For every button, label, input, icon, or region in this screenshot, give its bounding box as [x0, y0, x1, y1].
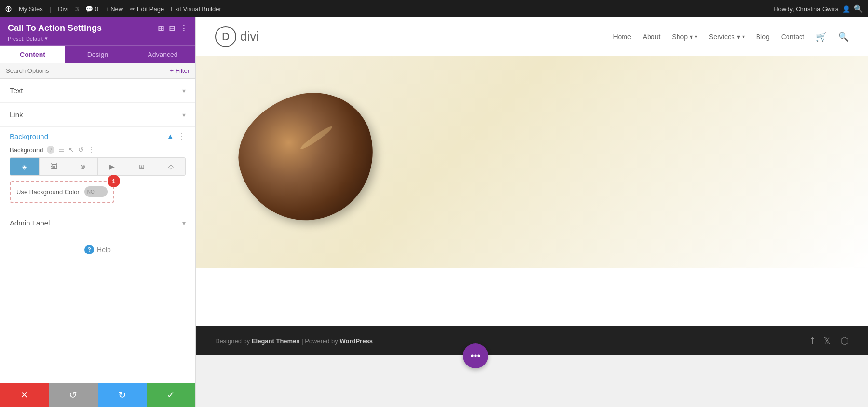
bg-tab-gradient[interactable]: ⊗	[68, 158, 98, 175]
use-bg-color-container: Use Background Color NO 1	[10, 181, 114, 203]
badge-number: 1	[108, 175, 120, 187]
filter-plus-icon: +	[170, 67, 174, 74]
bg-tab-video[interactable]: ▶	[98, 158, 127, 175]
bg-header-right: ▲ ⋮	[166, 132, 186, 141]
my-sites-link[interactable]: My Sites	[19, 5, 43, 13]
background-section-header: Background ▲ ⋮	[10, 132, 186, 141]
elegant-themes-link[interactable]: Elegant Themes	[252, 337, 300, 345]
footer-middle: | Powered by	[300, 337, 340, 345]
panel-header: Call To Action Settings ⊞ ⊟ ⋮ Preset: De…	[0, 17, 195, 45]
help-row[interactable]: ? Help	[0, 235, 195, 264]
separator: |	[50, 5, 51, 13]
text-chevron-icon: ▾	[182, 87, 186, 95]
admin-bar: ⊕ My Sites | Divi 3 💬 0 + New ✏ Edit Pag…	[0, 0, 868, 17]
background-options-icon[interactable]: ⋮	[88, 146, 95, 154]
divi-link[interactable]: Divi	[58, 5, 68, 13]
bread-oval	[225, 79, 388, 236]
exit-builder-link[interactable]: Exit Visual Builder	[171, 5, 221, 13]
builder-floating-button[interactable]: •••	[463, 343, 488, 368]
nav-shop[interactable]: Shop ▾	[672, 33, 697, 41]
search-icon[interactable]: 🔍	[838, 31, 849, 42]
redo-button[interactable]: ↻	[98, 383, 147, 407]
help-circle-icon: ?	[84, 245, 94, 254]
instagram-icon[interactable]: ⬡	[841, 335, 849, 347]
search-options-input[interactable]	[6, 67, 166, 74]
bread-crack	[299, 125, 334, 152]
panel-title: Call To Action Settings ⊞ ⊟ ⋮	[8, 23, 188, 33]
save-button[interactable]: ✓	[147, 383, 195, 407]
new-button[interactable]: + New	[105, 5, 123, 13]
bottom-bar: ✕ ↺ ↻ ✓	[0, 383, 195, 407]
nav-services[interactable]: Services ▾	[709, 33, 745, 41]
admin-label-chevron-icon: ▾	[182, 219, 186, 227]
panel-title-text: Call To Action Settings	[8, 23, 102, 33]
filter-label: Filter	[176, 67, 190, 74]
footer-prefix: Designed by	[215, 337, 252, 345]
link-section-label: Link	[10, 111, 23, 119]
hero-section	[196, 56, 868, 268]
use-bg-color-label: Use Background Color	[16, 188, 80, 196]
grid-icon[interactable]: ⊟	[169, 24, 175, 33]
admin-label-section-label: Admin Label	[10, 219, 50, 227]
nav-contact[interactable]: Contact	[781, 33, 804, 41]
toggle-no-text: NO	[87, 189, 95, 195]
more-icon[interactable]: ⋮	[180, 24, 188, 33]
facebook-icon[interactable]: f	[811, 335, 814, 347]
cart-icon[interactable]: 🛒	[816, 31, 827, 42]
wordpress-icon[interactable]: ⊕	[5, 3, 12, 14]
section-background: Background ▲ ⋮ Background ? ▭ ↖ ↺ ⋮ ◈	[0, 127, 195, 211]
cancel-button[interactable]: ✕	[0, 383, 49, 407]
section-text[interactable]: Text ▾	[0, 79, 195, 103]
background-collapse-icon[interactable]: ▲	[166, 132, 174, 141]
background-more-icon[interactable]: ⋮	[178, 132, 186, 141]
preset-chevron-icon: ▾	[45, 35, 48, 42]
edit-page-link[interactable]: ✏ Edit Page	[130, 5, 164, 13]
bg-tab-image[interactable]: 🖼	[40, 158, 69, 175]
bread-image	[234, 85, 389, 239]
bg-tab-pattern[interactable]: ⊞	[127, 158, 157, 175]
preset-label[interactable]: Preset: Default ▾	[8, 35, 188, 42]
search-icon[interactable]: 🔍	[854, 4, 863, 13]
bg-row-label: Background ? ▭ ↖ ↺ ⋮	[10, 146, 186, 154]
site-footer: Designed by Elegant Themes | Powered by …	[196, 326, 868, 355]
site-nav: D divi Home About Shop ▾ Services ▾ Blog…	[196, 17, 868, 56]
help-label: Help	[97, 246, 111, 253]
copy-icon[interactable]: ⊞	[158, 24, 164, 33]
nav-about[interactable]: About	[643, 33, 661, 41]
tab-content[interactable]: Content	[0, 46, 65, 63]
site-logo: D divi	[215, 26, 259, 47]
section-admin-label[interactable]: Admin Label ▾	[0, 211, 195, 235]
nav-blog[interactable]: Blog	[756, 33, 770, 41]
logo-circle: D	[215, 26, 236, 47]
twitter-icon[interactable]: 𝕏	[823, 335, 831, 347]
background-undo-icon[interactable]: ↺	[78, 146, 84, 154]
counter-badge: 3	[75, 5, 79, 13]
section-link[interactable]: Link ▾	[0, 103, 195, 127]
background-section-title[interactable]: Background	[10, 132, 48, 140]
background-desktop-icon[interactable]: ▭	[58, 146, 65, 154]
nav-home[interactable]: Home	[613, 33, 631, 41]
background-help-icon[interactable]: ?	[47, 146, 54, 154]
tabs-row: Content Design Advanced	[0, 45, 195, 63]
site-menu: Home About Shop ▾ Services ▾ Blog Contac…	[613, 31, 849, 42]
panel-content: Text ▾ Link ▾ Background ▲ ⋮ Backgroun	[0, 79, 195, 383]
bg-tab-color[interactable]: ◈	[10, 158, 40, 175]
use-bg-color-toggle[interactable]: NO	[84, 186, 108, 197]
bg-tab-mask[interactable]: ◇	[156, 158, 185, 175]
logo-letter: D	[222, 30, 230, 43]
filter-button[interactable]: + Filter	[170, 67, 190, 74]
undo-button[interactable]: ↺	[49, 383, 97, 407]
avatar: 👤	[842, 5, 850, 13]
use-bg-color-box: Use Background Color NO	[10, 181, 114, 203]
footer-credit: Designed by Elegant Themes | Powered by …	[215, 337, 373, 345]
tab-advanced[interactable]: Advanced	[130, 46, 195, 63]
footer-social: f 𝕏 ⬡	[811, 335, 849, 347]
admin-bar-left: ⊕ My Sites | Divi 3 💬 0 + New ✏ Edit Pag…	[5, 3, 766, 14]
bg-tabs: ◈ 🖼 ⊗ ▶ ⊞ ◇	[10, 157, 186, 176]
search-row: + Filter	[0, 63, 195, 79]
tab-design[interactable]: Design	[65, 46, 130, 63]
comments-badge: 💬 0	[85, 5, 98, 13]
background-arrow-icon[interactable]: ↖	[68, 146, 74, 154]
empty-content-section	[196, 268, 868, 326]
wordpress-link[interactable]: WordPress	[339, 337, 372, 345]
